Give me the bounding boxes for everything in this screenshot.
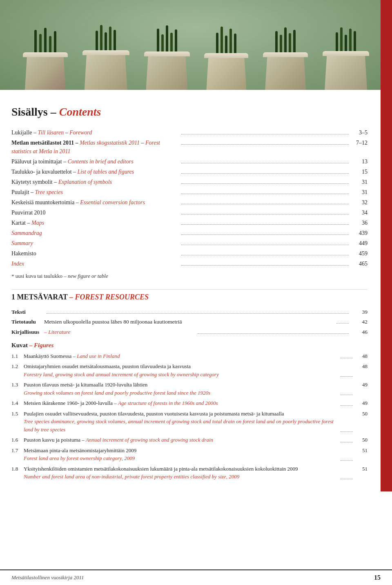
- footer: Metsätilastollinen vuosikirja 2011 15: [0, 569, 392, 585]
- figure-1-4: 1.4 Metsien ikärakenne 1960- ja 2000-luv…: [11, 399, 368, 407]
- figure-1-3: 1.3 Puuston tilavuus metsä- ja kitumaall…: [11, 381, 368, 397]
- figure-1-5: 1.5 Puulajien osuudet vallitsevuudesta, …: [11, 410, 368, 434]
- title-finnish: Sisällys: [11, 105, 48, 118]
- section-divider: [11, 289, 368, 290]
- toc-entry-taulukko: Taulukko- ja kuvaluettelot – List of tab…: [11, 167, 368, 176]
- toc-list: Lukijalle – Till läsaren – Foreword 3–5 …: [11, 128, 368, 268]
- footer-text: Metsätilastollinen vuosikirja 2011: [11, 574, 84, 581]
- figures-heading: Kuvat – Figures: [11, 342, 368, 349]
- toc-entry-summary: Summary 449: [11, 239, 368, 248]
- header-image: [0, 0, 392, 90]
- figure-1-8: 1.8 Yksityishenkilöiden omistamien metsä…: [11, 465, 368, 481]
- figure-1-1: 1.1 Maankäyttö Suomessa – Land use in Fi…: [11, 352, 368, 360]
- footnote: * uusi kuva tai taulukko – new figure or…: [11, 273, 368, 279]
- section1-teksti: Teksti 39: [11, 308, 368, 316]
- toc-entry-metla: Metlan metsätilastot 2011 – Metlas skogs…: [11, 138, 368, 156]
- section1-tietotaulu: Tietotaulu Metsien ulkopuolella puustoa …: [11, 318, 368, 326]
- section1-items: Teksti 39 Tietotaulu Metsien ulkopuolell…: [11, 308, 368, 336]
- footer-page: 15: [374, 574, 381, 581]
- toc-entry-paaluvut: Pääluvut ja toimittajat – Contents in br…: [11, 157, 368, 166]
- toc-entry-symbolit: Käytetyt symbolit – Explanation of symbo…: [11, 178, 368, 186]
- section1-kirjallisuus: Kirjallisuus – Literature 46: [11, 328, 368, 336]
- toc-entry-index: Index 465: [11, 259, 368, 268]
- toc-entry-puuvirrat: Puuvirrat 2010 34: [11, 208, 368, 217]
- figure-1-6: 1.6 Puuston kasvu ja poistuma – Annual i…: [11, 436, 368, 444]
- figure-1-2: 1.2 Omistajaryhmien osuudet metsätalousm…: [11, 362, 368, 378]
- toc-entry-kartat: Kartat – Maps 36: [11, 219, 368, 227]
- main-content: Sisällys – Contents Lukijalle – Till läs…: [0, 90, 392, 491]
- toc-entry-conversion: Keskeisiä muuntokertoimia – Essential co…: [11, 198, 368, 207]
- toc-entry-puulajit: Puulajit – Tree species 31: [11, 188, 368, 196]
- section1-heading: 1 METSÄVARAT – FOREST RESOURCES: [11, 293, 368, 301]
- title-swedish: Contents: [59, 105, 101, 118]
- toc-entry-hakemisto: Hakemisto 459: [11, 249, 368, 258]
- toc-entry-foreword: Lukijalle – Till läsaren – Foreword 3–5: [11, 128, 368, 137]
- page-title: Sisällys – Contents: [11, 105, 368, 118]
- figure-1-7: 1.7 Metsämaan pinta-ala metsänomistajary…: [11, 447, 368, 462]
- figures-list: 1.1 Maankäyttö Suomessa – Land use in Fi…: [11, 352, 368, 481]
- toc-entry-sammandrag: Sammandrag 439: [11, 229, 368, 237]
